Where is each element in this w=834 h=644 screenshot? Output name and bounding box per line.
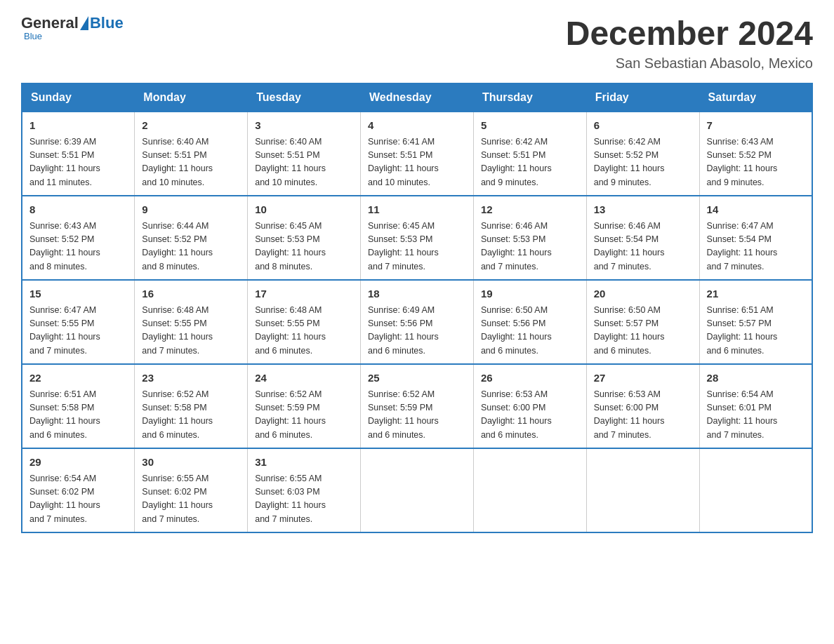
day-number: 29 (29, 455, 127, 471)
day-number: 18 (368, 286, 466, 302)
week-row-1: 1Sunrise: 6:39 AMSunset: 5:51 PMDaylight… (22, 112, 812, 196)
calendar-cell: 29Sunrise: 6:54 AMSunset: 6:02 PMDayligh… (22, 448, 135, 532)
weekday-header-sunday: Sunday (22, 83, 135, 112)
week-row-3: 15Sunrise: 6:47 AMSunset: 5:55 PMDayligh… (22, 280, 812, 364)
weekday-header-tuesday: Tuesday (248, 83, 361, 112)
day-info: Sunrise: 6:49 AMSunset: 5:56 PMDaylight:… (368, 304, 466, 358)
weekday-header-friday: Friday (586, 83, 699, 112)
calendar-cell: 13Sunrise: 6:46 AMSunset: 5:54 PMDayligh… (586, 196, 699, 280)
day-info: Sunrise: 6:42 AMSunset: 5:51 PMDaylight:… (481, 135, 579, 190)
calendar-cell: 5Sunrise: 6:42 AMSunset: 5:51 PMDaylight… (473, 112, 586, 196)
day-number: 8 (29, 202, 127, 218)
calendar-cell: 26Sunrise: 6:53 AMSunset: 6:00 PMDayligh… (473, 364, 586, 448)
day-number: 4 (368, 118, 466, 134)
day-info: Sunrise: 6:40 AMSunset: 5:51 PMDaylight:… (255, 135, 353, 190)
calendar-cell: 9Sunrise: 6:44 AMSunset: 5:52 PMDaylight… (135, 196, 248, 280)
day-info: Sunrise: 6:50 AMSunset: 5:56 PMDaylight:… (481, 304, 579, 358)
calendar-cell (361, 448, 474, 532)
day-number: 3 (255, 118, 353, 134)
day-info: Sunrise: 6:39 AMSunset: 5:51 PMDaylight:… (29, 135, 127, 190)
day-info: Sunrise: 6:52 AMSunset: 5:59 PMDaylight:… (255, 388, 353, 443)
calendar-cell: 1Sunrise: 6:39 AMSunset: 5:51 PMDaylight… (22, 112, 135, 196)
day-number: 21 (707, 286, 805, 302)
day-number: 22 (29, 370, 127, 387)
day-number: 10 (255, 202, 353, 218)
day-info: Sunrise: 6:45 AMSunset: 5:53 PMDaylight:… (368, 220, 466, 274)
day-number: 6 (594, 118, 692, 134)
day-info: Sunrise: 6:42 AMSunset: 5:52 PMDaylight:… (594, 135, 692, 190)
calendar-cell (473, 448, 586, 532)
day-number: 12 (481, 202, 579, 218)
logo-blue: Blue (90, 14, 124, 32)
calendar-table: SundayMondayTuesdayWednesdayThursdayFrid… (21, 83, 813, 533)
day-number: 16 (142, 286, 240, 302)
day-info: Sunrise: 6:45 AMSunset: 5:53 PMDaylight:… (255, 220, 353, 274)
weekday-header-monday: Monday (135, 83, 248, 112)
calendar-cell: 2Sunrise: 6:40 AMSunset: 5:51 PMDaylight… (135, 112, 248, 196)
day-number: 24 (255, 370, 353, 387)
day-info: Sunrise: 6:48 AMSunset: 5:55 PMDaylight:… (142, 304, 240, 358)
day-info: Sunrise: 6:44 AMSunset: 5:52 PMDaylight:… (142, 220, 240, 274)
day-number: 19 (481, 286, 579, 302)
calendar-cell: 6Sunrise: 6:42 AMSunset: 5:52 PMDaylight… (586, 112, 699, 196)
day-info: Sunrise: 6:47 AMSunset: 5:54 PMDaylight:… (707, 220, 805, 274)
day-number: 26 (481, 370, 579, 387)
calendar-cell: 4Sunrise: 6:41 AMSunset: 5:51 PMDaylight… (361, 112, 474, 196)
calendar-cell: 28Sunrise: 6:54 AMSunset: 6:01 PMDayligh… (699, 364, 812, 448)
day-info: Sunrise: 6:51 AMSunset: 5:57 PMDaylight:… (707, 304, 805, 358)
calendar-cell: 22Sunrise: 6:51 AMSunset: 5:58 PMDayligh… (22, 364, 135, 448)
logo-underline: Blue (24, 31, 42, 41)
calendar-cell: 14Sunrise: 6:47 AMSunset: 5:54 PMDayligh… (699, 196, 812, 280)
calendar-cell (699, 448, 812, 532)
day-number: 27 (594, 370, 692, 387)
day-info: Sunrise: 6:51 AMSunset: 5:58 PMDaylight:… (29, 388, 127, 443)
calendar-cell (586, 448, 699, 532)
day-number: 28 (707, 370, 805, 387)
weekday-header-thursday: Thursday (473, 83, 586, 112)
day-info: Sunrise: 6:52 AMSunset: 5:59 PMDaylight:… (368, 388, 466, 443)
calendar-cell: 21Sunrise: 6:51 AMSunset: 5:57 PMDayligh… (699, 280, 812, 364)
day-info: Sunrise: 6:46 AMSunset: 5:54 PMDaylight:… (594, 220, 692, 274)
day-info: Sunrise: 6:46 AMSunset: 5:53 PMDaylight:… (481, 220, 579, 274)
calendar-cell: 24Sunrise: 6:52 AMSunset: 5:59 PMDayligh… (248, 364, 361, 448)
calendar-cell: 17Sunrise: 6:48 AMSunset: 5:55 PMDayligh… (248, 280, 361, 364)
day-info: Sunrise: 6:40 AMSunset: 5:51 PMDaylight:… (142, 135, 240, 190)
day-info: Sunrise: 6:43 AMSunset: 5:52 PMDaylight:… (707, 135, 805, 190)
day-info: Sunrise: 6:47 AMSunset: 5:55 PMDaylight:… (29, 304, 127, 358)
title-area: December 2024 San Sebastian Abasolo, Mex… (566, 14, 813, 72)
week-row-4: 22Sunrise: 6:51 AMSunset: 5:58 PMDayligh… (22, 364, 812, 448)
calendar-cell: 11Sunrise: 6:45 AMSunset: 5:53 PMDayligh… (361, 196, 474, 280)
calendar-cell: 3Sunrise: 6:40 AMSunset: 5:51 PMDaylight… (248, 112, 361, 196)
calendar-cell: 27Sunrise: 6:53 AMSunset: 6:00 PMDayligh… (586, 364, 699, 448)
day-number: 14 (707, 202, 805, 218)
day-number: 23 (142, 370, 240, 387)
day-number: 20 (594, 286, 692, 302)
day-info: Sunrise: 6:54 AMSunset: 6:02 PMDaylight:… (29, 472, 127, 527)
calendar-cell: 20Sunrise: 6:50 AMSunset: 5:57 PMDayligh… (586, 280, 699, 364)
day-number: 2 (142, 118, 240, 134)
day-number: 9 (142, 202, 240, 218)
calendar-cell: 25Sunrise: 6:52 AMSunset: 5:59 PMDayligh… (361, 364, 474, 448)
day-number: 1 (29, 118, 127, 134)
week-row-5: 29Sunrise: 6:54 AMSunset: 6:02 PMDayligh… (22, 448, 812, 532)
calendar-cell: 18Sunrise: 6:49 AMSunset: 5:56 PMDayligh… (361, 280, 474, 364)
logo: General Blue Blue (21, 14, 124, 41)
day-number: 17 (255, 286, 353, 302)
day-number: 31 (255, 455, 353, 471)
day-number: 13 (594, 202, 692, 218)
day-info: Sunrise: 6:50 AMSunset: 5:57 PMDaylight:… (594, 304, 692, 358)
calendar-cell: 16Sunrise: 6:48 AMSunset: 5:55 PMDayligh… (135, 280, 248, 364)
calendar-cell: 30Sunrise: 6:55 AMSunset: 6:02 PMDayligh… (135, 448, 248, 532)
day-number: 11 (368, 202, 466, 218)
day-number: 25 (368, 370, 466, 387)
weekday-header-wednesday: Wednesday (361, 83, 474, 112)
calendar-cell: 31Sunrise: 6:55 AMSunset: 6:03 PMDayligh… (248, 448, 361, 532)
calendar-cell: 19Sunrise: 6:50 AMSunset: 5:56 PMDayligh… (473, 280, 586, 364)
day-info: Sunrise: 6:41 AMSunset: 5:51 PMDaylight:… (368, 135, 466, 190)
day-number: 30 (142, 455, 240, 471)
day-info: Sunrise: 6:43 AMSunset: 5:52 PMDaylight:… (29, 220, 127, 274)
day-info: Sunrise: 6:48 AMSunset: 5:55 PMDaylight:… (255, 304, 353, 358)
calendar-cell: 8Sunrise: 6:43 AMSunset: 5:52 PMDaylight… (22, 196, 135, 280)
page-header: General Blue Blue December 2024 San Seba… (21, 14, 813, 72)
month-title: December 2024 (566, 14, 813, 53)
